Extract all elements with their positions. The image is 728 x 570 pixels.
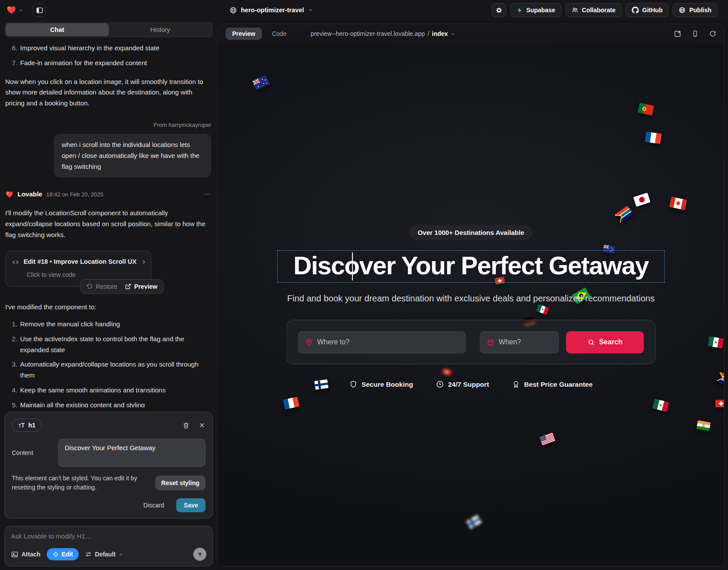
chevron-down-icon	[450, 31, 455, 36]
when-placeholder: When?	[499, 338, 521, 346]
globe-icon	[230, 7, 237, 14]
flag-japan	[633, 192, 650, 206]
content-input[interactable]: Discover Your Perfect Getaway	[58, 439, 206, 467]
flag-canada	[669, 197, 687, 210]
list-item: Remove the manual click handling	[19, 319, 211, 330]
lovable-menu[interactable]	[6, 5, 23, 15]
flag-south-africa	[717, 372, 724, 386]
search-button[interactable]: Search	[566, 331, 644, 353]
app-preview[interactable]: Over 1000+ Destinations Available Discov…	[218, 43, 724, 566]
edit-version-card[interactable]: Edit #18 • Improve Location Scroll UX Cl…	[5, 251, 151, 287]
tab-code[interactable]: Code	[265, 28, 293, 40]
flag-finland	[466, 515, 482, 529]
github-icon	[632, 7, 639, 14]
list-item: Maintain all the existing content and st…	[19, 400, 211, 407]
chat-messages[interactable]: Improved visual hierarchy in the expande…	[4, 38, 213, 407]
feature-badges: Secure Booking 24/7 Support Best Price G…	[349, 380, 593, 388]
assistant-name: Lovable	[17, 189, 42, 200]
clock-icon	[436, 380, 444, 388]
list-item: Fade-in animation for the expanded conte…	[19, 58, 211, 69]
feature-item: Secure Booking	[349, 380, 413, 388]
content-label: Content	[12, 449, 52, 456]
discard-button[interactable]: Discard	[141, 501, 167, 509]
when-input[interactable]: When?	[480, 331, 559, 353]
styling-note: This element can't be styled. You can ed…	[12, 474, 149, 492]
flag-mexico	[707, 336, 724, 349]
chevron-down-icon	[308, 7, 313, 13]
mobile-view-icon[interactable]	[692, 30, 699, 37]
feature-label: 24/7 Support	[448, 381, 489, 388]
project-selector[interactable]: hero-optimizer-travel	[230, 7, 313, 14]
destinations-badge: Over 1000+ Destinations Available	[409, 225, 533, 240]
search-icon	[587, 339, 595, 346]
reset-styling-button[interactable]: Reset styling	[155, 476, 206, 490]
assistant-paragraph: I'll modify the LocationScroll component…	[5, 208, 211, 240]
url-host: preview--hero-optimizer-travel.lovable.a…	[310, 30, 425, 37]
restore-button[interactable]: Restore	[87, 283, 117, 290]
chat-composer: Ask Lovable to modify H1... Attach Edit	[4, 526, 213, 567]
save-button[interactable]: Save	[176, 498, 206, 512]
preview-version-button[interactable]: Preview	[125, 283, 157, 290]
tab-preview[interactable]: Preview	[226, 28, 262, 40]
hero-heading[interactable]: Discover Your Perfect Getaway	[293, 252, 648, 280]
flag-finland	[314, 379, 328, 390]
settings-button[interactable]	[491, 3, 506, 17]
tab-history[interactable]: History	[109, 23, 212, 36]
trash-icon[interactable]	[182, 422, 190, 429]
preview-url[interactable]: preview--hero-optimizer-travel.lovable.a…	[310, 30, 455, 37]
restore-icon	[87, 283, 93, 290]
attach-button[interactable]: Attach	[11, 551, 41, 558]
restore-label: Restore	[96, 283, 117, 290]
feature-item: Best Price Guarantee	[512, 380, 593, 388]
typography-icon: TT	[18, 422, 25, 429]
users-icon	[571, 7, 578, 14]
list-item: Keep the same smooth animations and tran…	[19, 385, 211, 396]
map-pin-icon	[305, 338, 313, 346]
supabase-label: Supabase	[526, 7, 555, 14]
github-label: GitHub	[642, 7, 663, 14]
publish-label: Publish	[689, 7, 711, 14]
refresh-icon[interactable]	[709, 30, 716, 37]
flag-usa	[539, 432, 555, 446]
improvements-list: Improved visual hierarchy in the expande…	[5, 43, 211, 69]
edit-card-subtitle: Click to view code	[27, 270, 145, 280]
assistant-paragraph: I've modified the component to:	[5, 302, 211, 313]
collaborate-button[interactable]: Collaborate	[565, 3, 622, 17]
chevron-down-icon	[18, 8, 23, 13]
open-in-new-tab-icon[interactable]	[674, 30, 681, 38]
flag-mexico	[652, 399, 669, 412]
model-default-label: Default	[95, 551, 115, 558]
assistant-paragraph: Now when you click on a location image, …	[5, 77, 211, 109]
calendar-icon	[487, 339, 495, 346]
where-to-placeholder: Where to?	[317, 338, 350, 346]
collaborate-label: Collaborate	[582, 7, 616, 14]
publish-button[interactable]: Publish	[672, 3, 718, 17]
message-menu-button[interactable]: ⋯	[204, 189, 211, 200]
arrow-up-icon	[197, 551, 203, 558]
preview-area: Preview Code preview--hero-optimizer-tra…	[217, 20, 728, 570]
model-default-button[interactable]: Default	[85, 551, 123, 558]
edit-mode-label: Edit	[62, 551, 73, 558]
message-author-label: From harrymckayroper	[5, 120, 211, 129]
composer-input[interactable]: Ask Lovable to modify H1...	[11, 532, 206, 540]
target-icon	[52, 551, 59, 558]
flag-india	[696, 420, 711, 431]
where-to-input[interactable]: Where to?	[298, 331, 466, 353]
close-icon[interactable]	[199, 422, 206, 429]
flag-australia	[252, 75, 270, 90]
send-button[interactable]	[193, 548, 206, 561]
lovable-avatar	[5, 190, 14, 199]
flag-south-africa	[614, 206, 633, 223]
edit-mode-button[interactable]: Edit	[47, 548, 79, 560]
github-button[interactable]: GitHub	[626, 3, 669, 17]
h1-selection-outline[interactable]: Discover Your Perfect Getaway	[277, 250, 665, 283]
tab-chat[interactable]: Chat	[6, 23, 109, 36]
element-tag-pill[interactable]: TT h1	[12, 419, 42, 432]
assistant-message-header: Lovable 18:42 on Feb 20, 2025 ⋯	[5, 189, 211, 200]
supabase-button[interactable]: Supabase	[510, 3, 561, 17]
message-timestamp: 18:42 on Feb 20, 2025	[46, 190, 104, 199]
text-caret	[352, 252, 353, 280]
sidebar-toggle-button[interactable]	[33, 3, 46, 17]
feature-label: Secure Booking	[362, 381, 413, 388]
code-icon	[12, 259, 19, 266]
